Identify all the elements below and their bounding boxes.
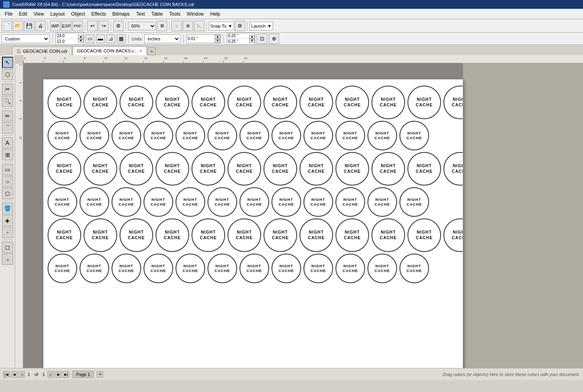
outline-tool[interactable]: ◻ xyxy=(2,242,13,253)
prev-page-button2[interactable]: ◁ xyxy=(18,371,25,378)
coin-3-7[interactable]: NIGHTCACHE xyxy=(272,187,301,217)
undo-button[interactable]: ↩ xyxy=(87,21,98,31)
document-canvas[interactable]: NIGHTCACHENIGHTCACHENIGHTCACHENIGHTCACHE… xyxy=(23,63,583,368)
units-dropdown[interactable]: inches mm cm xyxy=(144,34,180,43)
coin-3-9[interactable]: NIGHTCACHE xyxy=(335,187,365,217)
width-field[interactable] xyxy=(56,33,78,39)
coin-2-0[interactable]: NIGHTCACHE xyxy=(48,152,81,186)
landscape-button[interactable]: ▬ xyxy=(96,34,105,43)
bezier-tool[interactable]: ⌒ xyxy=(2,122,13,134)
menu-text[interactable]: Text xyxy=(133,10,148,18)
coin-4-0[interactable]: NIGHTCACHE xyxy=(48,218,81,252)
view-ruler-button[interactable]: 📐 xyxy=(194,21,204,31)
coin-3-3[interactable]: NIGHTCACHE xyxy=(144,187,173,217)
coin-1-9[interactable]: NIGHTCACHE xyxy=(335,121,365,150)
text-tool[interactable]: A xyxy=(2,137,13,148)
height-field[interactable] xyxy=(56,39,78,44)
canvas-area[interactable]: 2 4 6 8 10 12 14 16 18 20 22 24 2 4 6 8 … xyxy=(15,55,583,368)
new-button[interactable]: 📄 xyxy=(2,21,12,31)
zoom-tool[interactable]: 🔍 xyxy=(2,96,13,107)
coin-3-10[interactable]: NIGHTCACHE xyxy=(367,187,397,217)
coin-2-3[interactable]: NIGHTCACHE xyxy=(156,152,189,186)
print-button[interactable]: 🖨 xyxy=(35,21,46,31)
grid-up-button[interactable]: ▲ xyxy=(249,35,255,39)
coin-5-4[interactable]: NIGHTCACHE xyxy=(176,254,205,283)
fit-page-button[interactable]: ⊡ xyxy=(257,34,267,44)
menu-help[interactable]: Help xyxy=(207,10,224,18)
coin-2-7[interactable]: NIGHTCACHE xyxy=(299,152,333,186)
coin-0-0[interactable]: NIGHTCACHE xyxy=(48,86,81,119)
menu-object[interactable]: Object xyxy=(68,10,88,18)
coin-0-10[interactable]: NIGHTCACHE xyxy=(407,86,441,119)
nudge-down-button[interactable]: ▼ xyxy=(215,39,220,43)
coin-1-8[interactable]: NIGHTCACHE xyxy=(303,121,333,150)
coin-5-10[interactable]: NIGHTCACHE xyxy=(367,254,397,283)
add-page-button-status[interactable]: + xyxy=(97,371,103,378)
tab-geocache-coin[interactable]: 🏠 GEOCACHE COIN.cdr xyxy=(12,46,72,55)
tab-close-icon[interactable]: ✕ xyxy=(139,49,142,53)
bar-chart-icon[interactable]: ▦ xyxy=(117,34,126,43)
coin-5-6[interactable]: NIGHTCACHE xyxy=(240,254,269,283)
coin-3-1[interactable]: NIGHTCACHE xyxy=(80,187,109,217)
coin-4-10[interactable]: NIGHTCACHE xyxy=(407,218,441,252)
coin-1-0[interactable]: NIGHTCACHE xyxy=(48,121,77,150)
menu-window[interactable]: Window xyxy=(184,10,207,18)
coin-2-1[interactable]: NIGHTCACHE xyxy=(84,152,117,186)
coin-5-5[interactable]: NIGHTCACHE xyxy=(208,254,237,283)
menu-view[interactable]: View xyxy=(30,10,47,18)
coin-3-5[interactable]: NIGHTCACHE xyxy=(208,187,237,217)
menu-edit[interactable]: Edit xyxy=(16,10,30,18)
coin-4-7[interactable]: NIGHTCACHE xyxy=(299,218,333,252)
coin-4-5[interactable]: NIGHTCACHE xyxy=(228,218,261,252)
coin-3-4[interactable]: NIGHTCACHE xyxy=(176,187,205,217)
coin-4-6[interactable]: NIGHTCACHE xyxy=(264,218,297,252)
import-button[interactable]: IMP xyxy=(50,21,60,31)
menu-effects[interactable]: Effects xyxy=(88,10,109,18)
coin-4-11[interactable]: NIGHTCACHE xyxy=(443,218,463,252)
coin-5-7[interactable]: NIGHTCACHE xyxy=(272,254,301,283)
coin-3-0[interactable]: NIGHTCACHE xyxy=(48,187,77,217)
coin-0-7[interactable]: NIGHTCACHE xyxy=(299,86,333,119)
coin-0-8[interactable]: NIGHTCACHE xyxy=(335,86,369,119)
prev-page-button[interactable]: ◀ xyxy=(11,371,17,378)
coin-2-4[interactable]: NIGHTCACHE xyxy=(192,152,225,186)
menu-table[interactable]: Table xyxy=(148,10,166,18)
coin-0-9[interactable]: NIGHTCACHE xyxy=(371,86,405,119)
settings-button[interactable]: ⚙ xyxy=(235,21,245,31)
options-button[interactable]: ⚙ xyxy=(113,21,124,31)
coin-3-8[interactable]: NIGHTCACHE xyxy=(303,187,333,217)
menu-tools[interactable]: Tools xyxy=(166,10,184,18)
coin-1-11[interactable]: NIGHTCACHE xyxy=(399,121,429,150)
launch-dropdown[interactable]: Launch ▼ xyxy=(250,22,273,30)
first-page-button[interactable]: |◀ xyxy=(3,371,10,378)
coin-0-2[interactable]: NIGHTCACHE xyxy=(120,86,153,119)
next-page-button[interactable]: ▷ xyxy=(48,371,54,378)
coin-1-2[interactable]: NIGHTCACHE xyxy=(112,121,141,150)
portrait-button[interactable]: ▭ xyxy=(86,34,94,43)
coin-5-1[interactable]: NIGHTCACHE xyxy=(80,254,109,283)
table-tool[interactable]: ⊞ xyxy=(2,149,13,160)
redo-button[interactable]: ↪ xyxy=(98,21,109,31)
nudge-field[interactable] xyxy=(187,35,215,43)
coin-4-2[interactable]: NIGHTCACHE xyxy=(120,218,153,252)
save-button[interactable]: 💾 xyxy=(24,21,34,31)
coin-0-1[interactable]: NIGHTCACHE xyxy=(84,86,117,119)
ellipse-tool[interactable]: ○ xyxy=(2,176,13,187)
dim-down-button[interactable]: ▼ xyxy=(78,39,84,43)
coin-0-3[interactable]: NIGHTCACHE xyxy=(156,86,189,119)
coin-2-6[interactable]: NIGHTCACHE xyxy=(264,152,297,186)
coin-2-5[interactable]: NIGHTCACHE xyxy=(228,152,261,186)
coin-5-0[interactable]: NIGHTCACHE xyxy=(48,254,77,283)
coin-2-9[interactable]: NIGHTCACHE xyxy=(371,152,405,186)
rectangle-tool[interactable]: ▭ xyxy=(2,164,13,175)
page-tab[interactable]: Page 1 xyxy=(72,371,94,378)
coin-3-2[interactable]: NIGHTCACHE xyxy=(112,187,141,217)
coin-5-11[interactable]: NIGHTCACHE xyxy=(399,254,429,283)
zoom-fit-button[interactable]: ⊞ xyxy=(157,21,167,31)
coin-0-4[interactable]: NIGHTCACHE xyxy=(192,86,225,119)
preset-dropdown[interactable]: Custom xyxy=(2,34,50,43)
coin-4-1[interactable]: NIGHTCACHE xyxy=(84,218,117,252)
coin-4-4[interactable]: NIGHTCACHE xyxy=(192,218,225,252)
shape-tool[interactable]: ⬡ xyxy=(2,69,13,80)
tab-geocache-coin-backs[interactable]: GEOCACHE COIN BACKS.c... ✕ xyxy=(73,46,147,55)
